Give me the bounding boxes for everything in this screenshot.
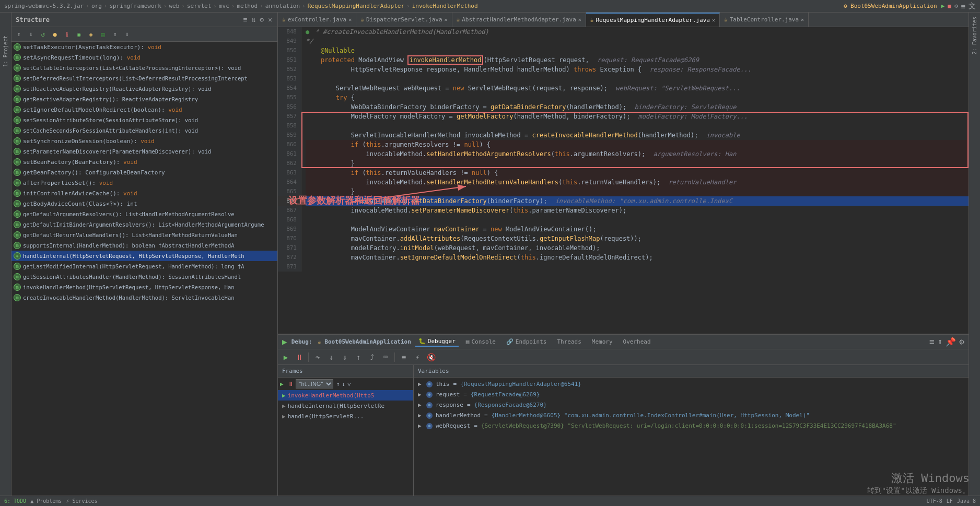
stop-debug-button[interactable]: ⏸ [294,351,305,363]
evaluate-button[interactable]: ⌨ [380,351,391,363]
code-editor[interactable]: 848 849 850 851 852 853 854 855 856 857 … [278,27,969,334]
list-item[interactable]: m afterPropertiesSet(): void [11,178,277,188]
tab-tablecontroller[interactable]: ☕ TableController.java ✕ [720,13,809,27]
down-nav-icon[interactable]: ⬇ [122,29,132,40]
debug-tab-threads[interactable]: Threads [554,337,584,346]
expand-all-icon[interactable]: ⬇ [26,29,36,40]
list-item[interactable]: m getBodyAdviceCount(Class<?>): int [11,198,277,209]
breadcrumb: spring-webmvc-5.3.2.jar › org › springfr… [0,0,980,13]
list-item[interactable]: m setParameterNameDiscoverer(ParameterNa… [11,146,277,157]
run-to-cursor-button[interactable]: ⤴ [366,351,378,363]
debug-tab-debugger[interactable]: 🐛 Debugger [415,337,459,347]
var-icon[interactable]: ◉ [74,29,84,40]
debug-tab-overhead[interactable]: Overhead [620,337,654,346]
list-item[interactable]: m createInvocableHandlerMethod(HandlerMe… [11,292,277,303]
debug-settings-icon[interactable]: ⚙ [959,337,964,347]
stop-button[interactable]: ■ [948,3,951,9]
list-item[interactable]: m setSynchronizeOnSession(boolean): void [11,136,277,146]
variables-header: Variables [414,365,969,378]
close-tab-icon[interactable]: ✕ [801,17,804,22]
thread-selector[interactable]: ▶ ⏸ "ht...ING" ↑ ↓ ▽ [278,378,413,390]
list-item[interactable]: m getSessionAttributesHandler(HandlerMet… [11,272,277,282]
run-button[interactable]: ▶ [941,3,945,9]
thread-up-icon[interactable]: ↑ [336,381,340,387]
debug-tab-console[interactable]: ▤ Console [463,337,499,346]
settings-icon[interactable]: ⚙ [259,15,265,24]
list-item[interactable]: m getDefaultArgumentResolvers(): List<Ha… [11,209,277,219]
list-item[interactable]: m getLastModifiedInternal(HttpServletReq… [11,261,277,272]
list-item[interactable]: m getReactiveAdapterRegistry(): Reactive… [11,94,277,104]
frame-item-handle2[interactable]: ▶ handle(HttpServletR... [278,411,413,421]
settings-button[interactable]: ⚙ [954,3,958,9]
more-button[interactable]: ≡ [961,2,965,10]
mute-button[interactable]: 🔇 [425,351,437,363]
close-tab-icon[interactable]: ✕ [445,17,448,22]
debug-up-icon[interactable]: ⬆ [938,337,943,347]
close-tab-icon[interactable]: ✕ [348,17,352,22]
var-item-handlermethod[interactable]: ▶ ● handlerMethod = {HandlerMethod@6605}… [414,410,969,420]
thread-filter-icon[interactable]: ▽ [347,381,351,387]
step-into-button[interactable]: ↓ [325,351,337,363]
step-over-button[interactable]: ↷ [312,351,323,363]
todo-button[interactable]: 6: TODO [4,498,26,504]
force-step-into-button[interactable]: ⇓ [339,351,351,363]
thread-dropdown[interactable]: "ht...ING" [296,379,333,389]
list-item[interactable]: m setBeanFactory(BeanFactory): void [11,157,277,167]
list-item[interactable]: m invokeHandlerMethod(HttpServletRequest… [11,282,277,292]
list-item[interactable]: m setCacheSecondsForSessionAttributeHand… [11,125,277,136]
list-item[interactable]: m initControllerAdviceCache(): void [11,188,277,198]
close-tab-icon[interactable]: ✕ [712,17,715,23]
tab-requestmapping[interactable]: ☕ RequestMappingHandlerAdapter.java ✕ [586,13,720,27]
sort-button[interactable]: ⇅ [251,15,257,24]
method-icon[interactable]: ▤ [98,29,108,40]
debug-tab-endpoints[interactable]: 🔗 Endpoints [503,337,550,346]
favorites-tab[interactable]: 2: Favorites [972,17,977,54]
var-item-response[interactable]: ▶ ● response = {ResponseFacade@6270} [414,399,969,410]
tab-excontroller[interactable]: ☕ exController.java ✕ [278,13,356,27]
debug-panel: ▶ Debug: ☕ Boot05WebAdminApplication 🐛 D… [278,334,969,496]
close-icon[interactable]: ✕ [267,15,273,24]
list-item[interactable]: m setIgnoreDefaultModelOnRedirect(boolea… [11,104,277,115]
debug-layout-icon[interactable]: ≡ [929,337,935,347]
breadcrumb-jar[interactable]: spring-webmvc-5.3.2.jar [4,3,84,9]
sort-alpha-icon[interactable]: ≡ [242,15,249,24]
var-item-request[interactable]: ▶ ● request = {RequestFacade@6269} [414,389,969,399]
code-lines: ● * #createInvocableHandlerMethod(Handle… [301,27,969,272]
list-item[interactable]: m setSessionAttributeStore(SessionAttrib… [11,115,277,125]
step-out-button[interactable]: ↑ [353,351,364,363]
close-tab-icon[interactable]: ✕ [578,17,581,22]
project-tab[interactable]: 1: Project [3,36,8,67]
debug-tab-memory[interactable]: Memory [589,337,616,346]
structure-list[interactable]: m setTaskExecutor(AsyncTaskExecutor): vo… [11,42,277,496]
tab-dispatcherservlet[interactable]: ☕ DispatcherServlet.java ✕ [356,13,452,27]
field-icon[interactable]: ◈ [86,29,96,40]
list-item[interactable]: m setReactiveAdapterRegistry(ReactiveAda… [11,84,277,94]
list-item-selected[interactable]: ◈ handleInternal(HttpServletRequest, Htt… [11,251,277,261]
frame-item-invoke[interactable]: ▶ invokeHandlerMethod(HttpS [278,390,413,401]
list-item[interactable]: m setTaskExecutor(AsyncTaskExecutor): vo… [11,42,277,52]
thread-down-icon[interactable]: ↓ [342,381,345,387]
stream-debug-button[interactable]: ≡ [398,351,410,363]
list-item[interactable]: m getDefaultInitBinderArgumentResolvers(… [11,219,277,230]
list-item[interactable]: m setAsyncRequestTimeout(long): void [11,52,277,63]
frame-item-handle[interactable]: ▶ handleInternal(HttpServletRe [278,401,413,411]
list-item[interactable]: m setDeferredResultInterceptors(List<Def… [11,73,277,84]
structure-panel: Structure ≡ ⇅ ⚙ ✕ ⬆ ⬇ ↺ ● ℹ ◉ ◈ ▤ ⬆ ⬇ [11,13,278,496]
list-item[interactable]: m setCallableInterceptors(List<CallableP… [11,63,277,73]
var-item-webrequest[interactable]: ▶ ● webRequest = {ServletWebRequest@7390… [414,420,969,431]
filter-icon[interactable]: ● [50,29,60,40]
resume-button[interactable]: ▶ [280,351,291,363]
debug-run-icon[interactable]: ▶ [282,337,287,347]
list-item[interactable]: m getBeanFactory(): ConfigurableBeanFact… [11,167,277,178]
tab-abstracthandler[interactable]: ☕ AbstractHandlerMethodAdapter.java ✕ [452,13,586,27]
info-icon[interactable]: ℹ [62,29,72,40]
list-item[interactable]: m supportsInternal(HandlerMethod): boole… [11,240,277,251]
up-nav-icon[interactable]: ⬆ [110,29,120,40]
line-numbers: 848 849 850 851 852 853 854 855 856 857 … [278,27,301,272]
breakpoints-button[interactable]: ⚡ [412,351,423,363]
collapse-all-icon[interactable]: ⬆ [14,29,24,40]
var-item-this[interactable]: ▶ ● this = {RequestMappingHandlerAdapter… [414,379,969,389]
debug-pin-icon[interactable]: 📌 [946,337,956,347]
refresh-icon[interactable]: ↺ [38,29,48,40]
list-item[interactable]: m getDefaultReturnValueHandlers(): List<… [11,230,277,240]
